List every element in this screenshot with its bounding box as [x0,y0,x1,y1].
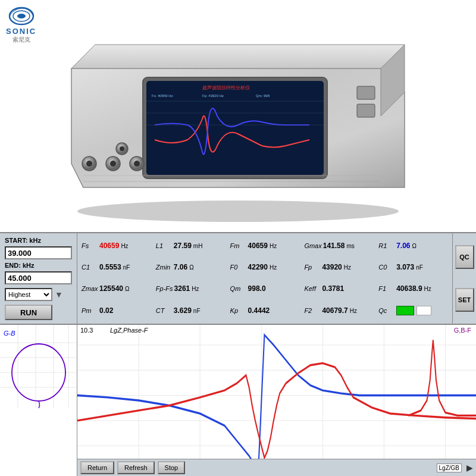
qc-white-box [416,306,431,315]
brand-name: SONIC [6,27,36,36]
sonic-logo-icon [7,6,36,27]
start-label: START: kHz [5,237,41,244]
param-CT: CT 3.629 nF [154,300,227,321]
param-R1: R1 7.06 Ω [377,236,450,256]
right-buttons: QC SET [452,233,476,324]
device-svg: 超声波阻抗特性分析仪 Fs: 40659 Hz Fp: 43920 Hz Qm:… [36,21,440,223]
lgz-gb-indicator: LgZ/GB [437,464,462,472]
param-F2: F2 40679.7 Hz [302,300,375,321]
gb-chart: G-B [0,325,77,476]
main-chart-svg [77,325,476,476]
params-grid: Fs 40659 Hz L1 27.59 mH Fm 40659 Hz Gmax… [77,233,452,324]
svg-text:超声波阻抗特性分析仪: 超声波阻抗特性分析仪 [202,85,250,90]
param-Qm: Qm 998.0 [228,278,302,299]
svg-text:Fs: 40659 Hz: Fs: 40659 Hz [152,94,173,98]
control-panel: START: kHz END: kHz Highest Lowest All ▼… [0,232,476,476]
end-label: END: kHz [5,262,35,269]
param-Gmax: Gmax 141.58 ms [302,236,375,256]
product-image-area: SONIC 索尼克 超声波阻抗特性分析仪 [0,0,476,232]
svg-point-14 [86,161,92,167]
svg-rect-22 [357,104,375,117]
set-button[interactable]: SET [455,288,474,312]
start-input[interactable] [5,246,72,259]
sonic-logo: SONIC 索尼克 [6,6,36,44]
refresh-button[interactable]: Refresh [117,461,155,474]
lgz-chart: 10.3 LgZ,Phase-F G,B-F SONIC [77,325,476,476]
param-C1: C1 0.5553 nF [80,257,153,277]
param-Fm: Fm 40659 Hz [228,236,302,256]
chart-title: LgZ,Phase-F [110,327,148,334]
end-input[interactable] [5,271,72,284]
device-container: 超声波阻抗特性分析仪 Fs: 40659 Hz Fp: 43920 Hz Qm:… [36,21,440,223]
qc-green-box [396,306,414,315]
param-C0: C0 3.073 nF [377,257,450,277]
left-controls: START: kHz END: kHz Highest Lowest All ▼… [0,233,77,324]
qc-button[interactable]: QC [455,245,474,269]
params-section: START: kHz END: kHz Highest Lowest All ▼… [0,233,476,324]
arrow-right-icon: ▶ [466,463,473,472]
param-Fp: Fp 43920 Hz [302,257,375,277]
stop-button[interactable]: Stop [158,461,186,474]
svg-point-20 [120,146,124,151]
gbf-label: G,B-F [454,327,471,334]
param-Kp: Kp 0.4442 [228,300,302,321]
svg-text:Fp: 43920 Hz: Fp: 43920 Hz [202,94,224,98]
svg-point-3 [77,201,399,222]
run-button[interactable]: RUN [5,305,52,320]
param-F0: F0 42290 Hz [228,257,302,277]
chart-area: G-B 10.3 LgZ,Phase-F G,B-F [0,324,476,476]
return-button[interactable]: Return [80,461,114,474]
param-F1: F1 40638.9 Hz [377,278,450,299]
chart-scale: 10.3 [80,327,93,334]
param-Pm: Pm 0.02 [80,300,153,321]
svg-point-2 [17,14,26,18]
param-Keff: Keff 0.3781 [302,278,375,299]
param-Fp-Fs: Fp-Fs 3261 Hz [154,278,227,299]
svg-text:Qm: 998: Qm: 998 [256,94,270,98]
svg-point-16 [110,161,116,167]
bottom-bar: Return Refresh Stop LgZ/GB ▶ [77,459,476,476]
svg-rect-21 [357,86,375,99]
param-Zmax: Zmax 125540 Ω [80,278,153,299]
param-Zmin: Zmin 7.06 Ω [154,257,227,277]
gb-svg [0,325,77,408]
svg-rect-5 [146,81,324,175]
svg-point-18 [134,161,140,167]
param-Fs: Fs 40659 Hz [80,236,153,256]
mode-select[interactable]: Highest Lowest All [5,288,52,301]
param-Qc: Qc [377,300,450,321]
param-L1: L1 27.59 mH [154,236,227,256]
brand-sub: 索尼克 [12,36,30,44]
